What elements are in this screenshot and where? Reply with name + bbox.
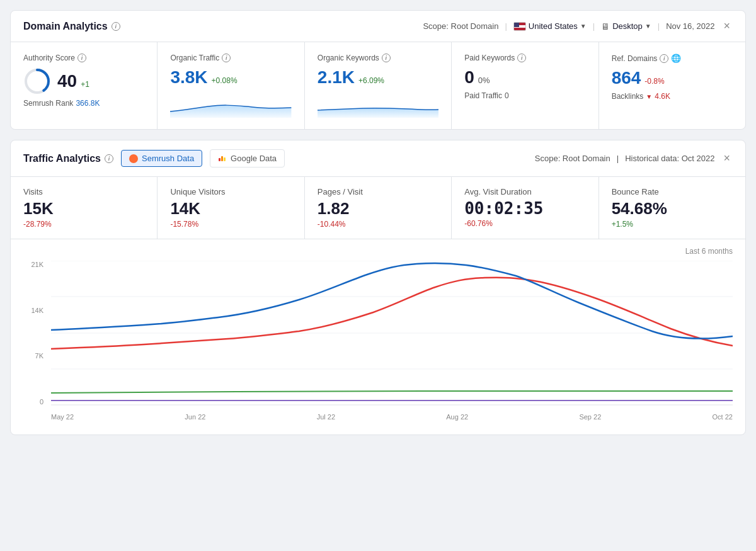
paid-keywords-cell: Paid Keywords i 0 0% Paid Traffic 0 [452,42,598,129]
x-label-jun: Jun 22 [185,413,205,421]
avg-duration-change: -60.76% [464,219,585,228]
avg-duration-value: 00:02:35 [464,199,585,218]
organic-keywords-cell: Organic Keywords i 2.1K +6.09% [305,42,452,129]
organic-traffic-value: 3.8K +0.08% [170,67,291,88]
ref-domains-change: -0.8% [644,77,664,86]
traffic-analytics-header: Traffic Analytics i Semrush Data Google … [11,140,745,177]
x-label-may: May 22 [51,413,74,421]
organic-keywords-value: 2.1K +6.09% [318,67,438,88]
authority-score-cell: Authority Score i 40 +1 Semrush Rank 366… [11,42,158,129]
visits-cell: Visits 15K -28.79% [11,177,158,239]
visits-change: -28.79% [23,220,144,229]
traffic-scope-label: Scope: Root Domain [535,154,610,163]
us-flag-icon [513,22,526,31]
device-label: Desktop [612,21,643,31]
country-label: United States [529,21,578,31]
svg-rect-3 [221,156,223,161]
x-label-sep: Sep 22 [579,413,601,421]
domain-analytics-title: Domain Analytics [23,21,108,32]
traffic-analytics-card: Traffic Analytics i Semrush Data Google … [10,140,746,435]
country-chevron-icon: ▼ [580,23,587,30]
device-selector[interactable]: 🖥 Desktop ▼ [601,21,651,31]
authority-score-circle [23,67,51,95]
chart-x-axis: May 22 Jun 22 Jul 22 Aug 22 Sep 22 Oct 2… [51,409,733,424]
traffic-chart-area: Last 6 months 21K 14K 7K 0 [11,239,745,435]
ref-domains-label: Ref. Domains i 🌐 [612,54,733,63]
ref-domains-info-icon[interactable]: i [660,54,668,63]
semrush-rank-value: 366.8K [76,99,100,108]
scope-label: Scope: Root Domain [423,21,498,31]
traffic-analytics-info-icon[interactable]: i [105,154,113,163]
svg-rect-4 [224,157,226,161]
svg-rect-2 [219,158,220,161]
traffic-separator: | [617,154,619,163]
domain-analytics-info-icon[interactable]: i [112,22,120,31]
chart-svg-container [51,261,733,406]
authority-score-value: 40 +1 [57,71,89,91]
country-selector[interactable]: United States ▼ [513,21,587,31]
semrush-tab-icon [129,154,138,163]
paid-traffic-value: 0 [505,91,509,100]
traffic-analytics-close-button[interactable]: × [721,152,733,165]
separator2: | [593,21,595,31]
device-chevron-icon: ▼ [645,23,651,30]
paid-keywords-info-icon[interactable]: i [517,54,526,62]
bounce-rate-label: Bounce Rate [612,187,733,196]
traffic-analytics-header-left: Traffic Analytics i Semrush Data Google … [23,149,285,168]
traffic-analytics-title: Traffic Analytics [23,153,101,164]
x-label-jul: Jul 22 [317,413,335,421]
paid-keywords-value: 0 0% [464,67,585,88]
paid-keywords-change: 0% [478,76,490,85]
domain-analytics-close-button[interactable]: × [721,20,733,33]
pages-visit-label: Pages / Visit [318,187,438,196]
traffic-chart-container: 21K 14K 7K 0 [23,261,733,424]
authority-score-sub: Semrush Rank 366.8K [23,99,144,108]
ref-domains-value: 864 -0.8% [612,68,733,88]
domain-analytics-header: Domain Analytics i Scope: Root Domain | … [11,11,745,42]
google-data-tab-label: Google Data [231,154,277,163]
pages-visit-change: -10.44% [318,220,438,229]
date-label: Nov 16, 2022 [666,21,714,31]
organic-traffic-cell: Organic Traffic i 3.8K +0.08% [158,42,304,129]
traffic-analytics-header-right: Scope: Root Domain | Historical data: Oc… [535,152,733,165]
separator1: | [505,21,507,31]
organic-traffic-info-icon[interactable]: i [222,54,231,62]
traffic-metrics-row: Visits 15K -28.79% Unique Visitors 14K -… [11,177,745,239]
visits-label: Visits [23,187,144,196]
x-label-oct: Oct 22 [713,413,733,421]
semrush-data-tab-label: Semrush Data [142,154,194,163]
google-data-tab[interactable]: Google Data [210,149,285,168]
paid-keywords-sub: Paid Traffic 0 [464,91,585,100]
semrush-data-tab[interactable]: Semrush Data [121,150,202,167]
pages-visit-cell: Pages / Visit 1.82 -10.44% [305,177,452,239]
authority-score-info-icon[interactable]: i [77,54,86,62]
separator3: | [658,21,660,31]
unique-visitors-cell: Unique Visitors 14K -15.78% [158,177,304,239]
x-label-aug: Aug 22 [446,413,468,421]
chart-y-axis: 21K 14K 7K 0 [23,261,49,406]
chart-period-label: Last 6 months [23,247,733,256]
ref-domains-sub: Backlinks ▼ 4.6K [612,92,733,101]
traffic-analytics-title-group: Traffic Analytics i [23,153,113,164]
bounce-rate-change: +1.5% [612,220,733,229]
organic-traffic-change: +0.08% [212,76,238,85]
y-label-21k: 21K [31,261,43,268]
desktop-icon: 🖥 [601,21,610,31]
google-bar-icon [218,153,227,164]
domain-analytics-metrics-row: Authority Score i 40 +1 Semrush Rank 366… [11,42,745,129]
y-label-7k: 7K [35,352,43,360]
y-label-0: 0 [40,398,43,406]
ref-domains-cell: Ref. Domains i 🌐 864 -0.8% Backlinks ▼ 4… [599,42,745,129]
domain-analytics-card: Domain Analytics i Scope: Root Domain | … [10,10,746,130]
unique-visitors-label: Unique Visitors [170,187,291,196]
organic-keywords-info-icon[interactable]: i [382,54,391,62]
authority-score-label: Authority Score i [23,54,144,62]
visits-value: 15K [23,199,144,219]
domain-analytics-title-group: Domain Analytics i [23,21,120,32]
organic-keywords-change: +6.09% [358,76,384,85]
organic-keywords-chart [318,93,438,118]
backlinks-down-arrow-icon: ▼ [646,93,652,100]
organic-traffic-chart [170,93,291,118]
authority-score-change: +1 [81,80,89,89]
organic-traffic-label: Organic Traffic i [170,54,291,62]
